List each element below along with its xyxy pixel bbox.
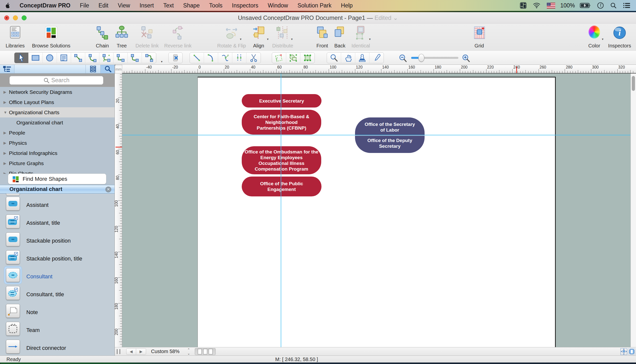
shape-item-consultant[interactable]: Consultant: [0, 268, 115, 286]
assistant-shape-icon[interactable]: [6, 197, 20, 210]
zoom-in-icon[interactable]: [462, 54, 470, 64]
shape-item-stackable-position-title[interactable]: Stackable position, title: [0, 250, 115, 268]
library-item-organizational-charts[interactable]: ▼Organizational Charts: [0, 107, 115, 118]
connector-curve-tool-button[interactable]: [85, 53, 99, 63]
chevron-down-icon[interactable]: ▼: [4, 110, 7, 114]
org-shape-executive-secretary[interactable]: Executive Secretary: [242, 94, 321, 108]
library-item-people[interactable]: ▶People: [0, 128, 115, 138]
page-tab-3[interactable]: [209, 349, 213, 354]
menu-view[interactable]: View: [113, 0, 135, 11]
menu-tools[interactable]: Tools: [205, 0, 227, 11]
vertical-ruler[interactable]: 20406080100120140160180200: [115, 74, 122, 347]
menu-conceptdraw-pro[interactable]: ConceptDraw PRO: [15, 0, 75, 11]
apple-menu[interactable]: [0, 0, 15, 11]
window-manager-icon[interactable]: [518, 0, 528, 11]
scissors-tool-button[interactable]: [246, 53, 261, 63]
menu-solution-park[interactable]: Solution Park: [293, 0, 336, 11]
library-item-pictorial-infographics[interactable]: ▶Pictorial Infographics: [0, 148, 115, 158]
org-shape-ombudsman[interactable]: Office of the Ombudsman for the Energy E…: [242, 146, 321, 174]
close-library-icon[interactable]: ✕: [105, 186, 111, 192]
window-title-bar[interactable]: Unsaved ConceptDraw PRO Document - Page1…: [0, 12, 636, 24]
rotate-contour-tool-button[interactable]: [272, 53, 286, 63]
grid-button[interactable]: Grid: [458, 26, 500, 49]
search-view-button[interactable]: [100, 65, 115, 73]
direct-connector-shape-icon[interactable]: [6, 340, 20, 354]
wifi-icon[interactable]: [531, 0, 542, 11]
hand-tool-button[interactable]: [341, 53, 355, 63]
consultant-title-shape-icon[interactable]: [6, 286, 20, 300]
battery-charging-icon[interactable]: [578, 0, 592, 11]
notification-center-icon[interactable]: [621, 0, 631, 11]
arc-tool-button[interactable]: [204, 53, 218, 63]
org-shape-public-engagement[interactable]: Office of the Public Engagement: [242, 176, 321, 196]
menu-text[interactable]: Text: [159, 0, 178, 11]
input-source-flag-icon[interactable]: [545, 0, 557, 11]
menu-window[interactable]: Window: [263, 0, 293, 11]
zoom-level-select[interactable]: Custom 58%: [151, 348, 180, 354]
shape-item-note[interactable]: Note: [0, 304, 115, 321]
consultant-shape-icon[interactable]: [6, 268, 20, 282]
browse-solutions-button[interactable]: Browse Solutions: [30, 26, 72, 49]
zoom-stepper[interactable]: ⌃⌄: [187, 348, 190, 355]
library-item-picture-graphs[interactable]: ▶Picture Graphs: [0, 158, 115, 168]
chevron-right-icon[interactable]: ▶: [4, 100, 7, 104]
eyedropper-tool-button[interactable]: [369, 53, 384, 63]
stackable-shape-icon[interactable]: [6, 232, 20, 246]
library-item-pie-charts[interactable]: ▶Pie Charts: [0, 168, 115, 174]
shape-item-direct-connector[interactable]: Direct connector: [0, 339, 115, 356]
combine-tool-button[interactable]: [286, 53, 300, 63]
shape-item-consultant-title[interactable]: Consultant, title: [0, 286, 115, 304]
vertical-scrollbar[interactable]: [630, 74, 636, 347]
chevron-right-icon[interactable]: ▶: [4, 161, 7, 166]
chevron-right-icon[interactable]: ▶: [4, 90, 7, 94]
vertical-guide-line[interactable]: [281, 74, 281, 347]
tree-view-button[interactable]: [0, 65, 15, 73]
team-shape-icon[interactable]: [6, 322, 20, 336]
group-handles-tool-button[interactable]: [300, 53, 315, 63]
assistant-title-shape-icon[interactable]: [6, 214, 20, 228]
menu-file[interactable]: File: [75, 0, 94, 11]
library-item-network-security-diagrams[interactable]: ▶Network Security Diagrams: [0, 87, 115, 97]
ellipse-tool-button[interactable]: [43, 53, 57, 63]
library-search-input[interactable]: Search: [10, 76, 103, 85]
find-more-shapes-button[interactable]: Find More Shapes: [8, 174, 106, 184]
library-section-header[interactable]: Organizational chart ✕: [0, 185, 115, 194]
stamp-tool-button[interactable]: [355, 53, 369, 63]
shape-item-assistant[interactable]: Assistant: [0, 196, 115, 214]
line-tool-button[interactable]: [190, 53, 204, 63]
horizontal-guide-line[interactable]: [122, 135, 636, 135]
drawing-canvas[interactable]: Executive SecretaryCenter for Faith-Base…: [122, 74, 636, 347]
clipped-shape-button[interactable]: [6, 194, 20, 196]
chevron-right-icon[interactable]: ▶: [4, 171, 7, 174]
shape-item-stackable-position[interactable]: Stackable position: [0, 232, 115, 250]
connector-round-tool-button[interactable]: [128, 53, 142, 63]
split-tool-button[interactable]: [232, 53, 246, 63]
spotlight-search-icon[interactable]: [609, 0, 618, 11]
next-page-button[interactable]: ▶: [136, 348, 146, 355]
inspectors-button[interactable]: iInspectors: [598, 26, 636, 49]
horizontal-ruler[interactable]: -40-200204060801001201401601802002202402…: [122, 65, 636, 74]
connector-options-caret[interactable]: ▾: [161, 60, 163, 63]
page-tabs[interactable]: [195, 348, 216, 355]
delete-tool-button[interactable]: [168, 52, 183, 63]
chevron-right-icon[interactable]: ▶: [4, 151, 7, 156]
zoom-slider-thumb[interactable]: [418, 54, 424, 62]
menu-help[interactable]: Help: [336, 0, 357, 11]
menu-shape[interactable]: Shape: [178, 0, 205, 11]
connector-elbow-tool-button[interactable]: [114, 53, 128, 63]
connector-straight-tool-button[interactable]: [71, 53, 85, 63]
fit-page-button[interactable]: [628, 348, 635, 355]
note-shape-icon[interactable]: [6, 304, 20, 318]
vertical-scrollbar-thumb[interactable]: [632, 76, 635, 91]
zoom-tool-button[interactable]: [327, 53, 341, 63]
menu-inspectors[interactable]: Inspectors: [227, 0, 263, 11]
clock-icon[interactable]: [596, 0, 605, 11]
library-item-physics[interactable]: ▶Physics: [0, 138, 115, 148]
chevron-right-icon[interactable]: ▶: [4, 130, 7, 135]
edited-menu[interactable]: Edited ⌄: [374, 14, 398, 21]
connector-scurve-tool-button[interactable]: [142, 53, 156, 63]
library-item-organizational-chart[interactable]: Organizational chart: [0, 118, 115, 128]
pan-view-button[interactable]: [620, 348, 627, 355]
page-tab-1[interactable]: [198, 349, 202, 354]
zoom-out-icon[interactable]: [398, 54, 407, 64]
